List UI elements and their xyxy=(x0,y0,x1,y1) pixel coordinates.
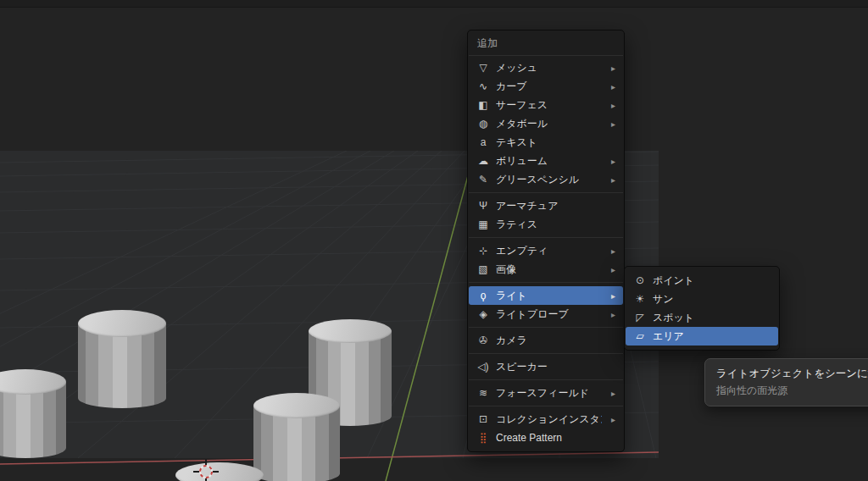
menu-item-speaker[interactable]: ◁)スピーカー xyxy=(469,357,623,376)
create-pattern-icon: ⣿ xyxy=(476,432,490,444)
menu-item-metaball-label: メタボール xyxy=(496,117,602,131)
menu-item-mesh[interactable]: ▽メッシュ▸ xyxy=(469,58,623,77)
menu-item-light-probe[interactable]: ◈ライトプローブ▸ xyxy=(469,305,623,323)
menu-item-image-label: 画像 xyxy=(496,263,602,277)
menu-item-grease-pencil-label: グリースペンシル xyxy=(496,173,602,187)
menu-item-create-pattern-label: Create Pattern xyxy=(496,432,615,444)
add-menu-title: 追加 xyxy=(468,30,624,55)
cylinder-object[interactable] xyxy=(78,310,166,424)
submenu-arrow-icon: ▸ xyxy=(608,157,615,166)
menu-item-armature-label: アーマチュア xyxy=(496,199,615,213)
submenu-item-area[interactable]: ▱エリア xyxy=(626,327,778,346)
submenu-item-sun[interactable]: ☀サン xyxy=(626,290,778,308)
menu-item-text-label: テキスト xyxy=(496,135,615,150)
menu-item-surface[interactable]: ◧サーフェス▸ xyxy=(469,96,623,114)
menu-separator xyxy=(469,192,623,193)
submenu-arrow-icon: ▸ xyxy=(608,175,615,185)
menu-item-empty[interactable]: ⊹エンプティ▸ xyxy=(469,241,623,260)
curve-icon: ∿ xyxy=(476,80,490,92)
menu-item-collection-instance-label: コレクションインスタンス xyxy=(496,412,602,427)
tooltip-description: ライトオブジェクトをシーンに追加しま xyxy=(716,366,868,381)
submenu-arrow-icon: ▸ xyxy=(608,265,615,274)
cylinder-top xyxy=(78,310,166,337)
submenu-arrow-icon: ▸ xyxy=(608,82,615,91)
menu-item-force-field-label: フォースフィールド xyxy=(496,386,602,401)
submenu-item-area-label: エリア xyxy=(653,329,771,344)
surface-icon: ◧ xyxy=(476,99,490,111)
image-icon: ▧ xyxy=(476,263,490,275)
menu-item-light[interactable]: ϙライト▸ xyxy=(469,286,623,305)
menu-item-camera[interactable]: ✇カメラ xyxy=(469,331,623,350)
cylinder-object[interactable] xyxy=(253,393,340,481)
volume-icon: ☁ xyxy=(476,155,490,167)
submenu-item-sun-label: サン xyxy=(653,292,771,307)
force-field-icon: ≋ xyxy=(476,387,490,399)
light-icon: ϙ xyxy=(476,290,490,301)
3d-cursor xyxy=(191,456,221,481)
menu-title-separator xyxy=(469,55,623,56)
add-menu-items: ▽メッシュ▸∿カーブ▸◧サーフェス▸◍メタボール▸aテキスト☁ボリューム▸✎グリ… xyxy=(468,58,624,447)
submenu-arrow-icon: ▸ xyxy=(608,415,615,424)
metaball-icon: ◍ xyxy=(476,118,490,130)
menu-item-empty-label: エンプティ xyxy=(496,244,602,258)
armature-icon: Ψ xyxy=(476,200,490,212)
submenu-arrow-icon: ▸ xyxy=(608,291,615,301)
menu-item-grease-pencil[interactable]: ✎グリースペンシル▸ xyxy=(469,170,623,189)
submenu-item-point[interactable]: ⊙ポイント xyxy=(626,271,778,290)
light-submenu-items: ⊙ポイント☀サン◸スポット▱エリア xyxy=(625,271,779,346)
add-menu: 追加 ▽メッシュ▸∿カーブ▸◧サーフェス▸◍メタボール▸aテキスト☁ボリューム▸… xyxy=(467,30,625,452)
cylinder-top xyxy=(309,319,392,343)
menu-item-lattice-label: ラティス xyxy=(496,218,615,232)
menu-separator xyxy=(469,282,623,283)
spot-light-icon: ◸ xyxy=(633,312,647,323)
menu-item-lattice[interactable]: ▦ラティス xyxy=(469,215,623,234)
sun-icon: ☀ xyxy=(633,293,647,305)
blender-3d-viewport: 追加 ▽メッシュ▸∿カーブ▸◧サーフェス▸◍メタボール▸aテキスト☁ボリューム▸… xyxy=(0,0,868,481)
viewport-top-border xyxy=(0,0,868,8)
menu-item-text[interactable]: aテキスト xyxy=(469,133,623,152)
menu-item-collection-instance[interactable]: ⊡コレクションインスタンス▸ xyxy=(469,410,623,428)
submenu-item-spot[interactable]: ◸スポット xyxy=(626,308,778,327)
menu-item-volume-label: ボリューム xyxy=(496,154,602,169)
area-light-icon: ▱ xyxy=(633,330,647,342)
menu-item-light-probe-label: ライトプローブ xyxy=(496,307,602,322)
tooltip: ライトオブジェクトをシーンに追加しま 指向性の面光源 xyxy=(704,358,868,406)
menu-item-curve[interactable]: ∿カーブ▸ xyxy=(469,77,623,96)
menu-item-camera-label: カメラ xyxy=(496,334,615,348)
submenu-arrow-icon: ▸ xyxy=(608,101,615,110)
submenu-arrow-icon: ▸ xyxy=(608,119,615,129)
lattice-icon: ▦ xyxy=(476,218,490,230)
light-submenu: ⊙ポイント☀サン◸スポット▱エリア xyxy=(624,266,780,351)
camera-icon: ✇ xyxy=(476,334,490,346)
menu-separator xyxy=(469,327,623,328)
tooltip-subtext: 指向性の面光源 xyxy=(716,384,868,398)
menu-item-create-pattern[interactable]: ⣿Create Pattern xyxy=(469,428,623,447)
menu-item-image[interactable]: ▧画像▸ xyxy=(469,260,623,279)
menu-separator xyxy=(469,353,623,354)
menu-separator xyxy=(469,237,623,238)
submenu-arrow-icon: ▸ xyxy=(608,64,615,73)
menu-separator xyxy=(469,406,623,406)
grease-pencil-icon: ✎ xyxy=(476,174,490,185)
menu-item-volume[interactable]: ☁ボリューム▸ xyxy=(469,152,623,170)
menu-item-speaker-label: スピーカー xyxy=(496,360,615,374)
cylinder-top xyxy=(253,393,340,418)
menu-item-metaball[interactable]: ◍メタボール▸ xyxy=(469,114,623,133)
menu-item-mesh-label: メッシュ xyxy=(496,61,602,75)
menu-item-light-label: ライト xyxy=(496,289,602,303)
text-icon: a xyxy=(476,136,490,148)
submenu-arrow-icon: ▸ xyxy=(608,389,615,398)
mesh-icon: ▽ xyxy=(476,62,490,74)
cylinder-object[interactable] xyxy=(0,369,66,473)
point-light-icon: ⊙ xyxy=(633,274,647,286)
collection-instance-icon: ⊡ xyxy=(476,413,490,425)
submenu-arrow-icon: ▸ xyxy=(608,310,615,319)
empty-icon: ⊹ xyxy=(476,245,490,257)
light-probe-icon: ◈ xyxy=(476,308,490,320)
menu-separator xyxy=(469,379,623,380)
menu-item-curve-label: カーブ xyxy=(496,80,602,94)
submenu-item-spot-label: スポット xyxy=(653,311,771,325)
menu-item-armature[interactable]: Ψアーマチュア xyxy=(469,196,623,215)
menu-item-force-field[interactable]: ≋フォースフィールド▸ xyxy=(469,384,623,402)
submenu-item-point-label: ポイント xyxy=(653,274,771,288)
